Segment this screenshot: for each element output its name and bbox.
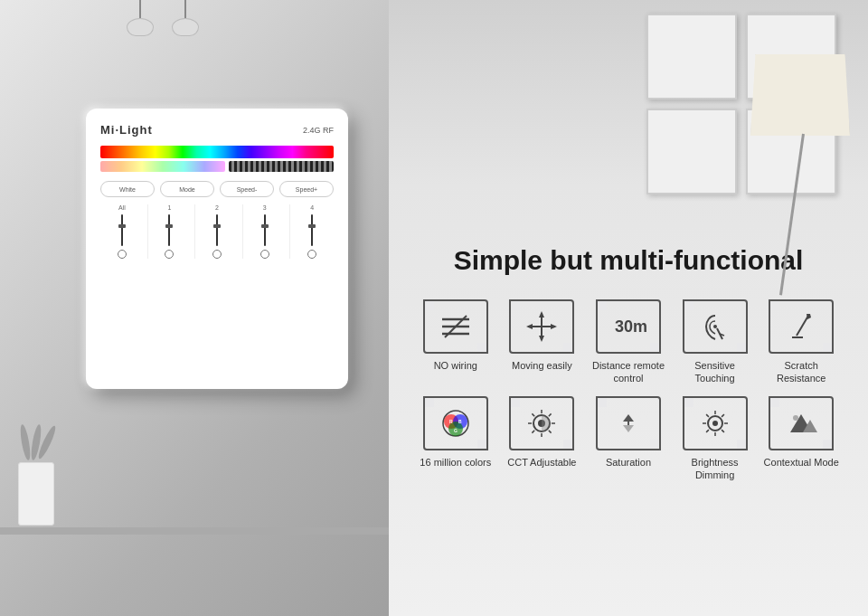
- brightness-dimming-icon: [697, 405, 733, 441]
- zone-all-dot[interactable]: [118, 250, 127, 259]
- zone-2-slider[interactable]: [216, 214, 218, 246]
- distance-remote-label: Distance remote control: [589, 359, 668, 385]
- svg-marker-7: [539, 336, 544, 342]
- svg-line-43: [706, 414, 709, 417]
- rf-label: 2.4G RF: [303, 126, 334, 135]
- zone-controls: All 1 2 3 4: [100, 204, 334, 259]
- zone-4[interactable]: 4: [289, 204, 334, 259]
- brand-name: Mi·Light: [100, 123, 153, 137]
- svg-text:B: B: [458, 419, 462, 424]
- plant-leaves: [14, 424, 59, 460]
- zone-4-label: 4: [310, 204, 314, 211]
- white-button[interactable]: White: [100, 181, 155, 197]
- mode-button[interactable]: Mode: [160, 181, 214, 197]
- zone-all[interactable]: All: [100, 204, 144, 259]
- feature-scratch-resistance: Scratch Resistance: [761, 299, 841, 385]
- svg-point-38: [712, 421, 718, 426]
- zone-all-label: All: [118, 204, 126, 211]
- feature-16million-colors: R B G 16 million colors: [416, 396, 495, 482]
- feature-sensitive-touching: Sensitive Touching: [675, 299, 755, 385]
- distance-remote-icon: 30m: [610, 308, 646, 345]
- contextual-mode-icon-box: [769, 396, 834, 450]
- speed-up-button[interactable]: Speed+: [279, 181, 334, 197]
- svg-marker-9: [551, 324, 557, 329]
- saturation-icon: [610, 405, 646, 441]
- zone-4-slider[interactable]: [311, 214, 313, 246]
- svg-line-44: [722, 430, 724, 432]
- pastel-bar: [100, 161, 225, 172]
- room-scene: Mi·Light 2.4G RF White Mode Speed- Speed…: [0, 0, 389, 616]
- contextual-mode-icon: [783, 405, 819, 441]
- sensitive-touching-icon: [697, 308, 733, 345]
- svg-text:30m: 30m: [615, 317, 646, 336]
- svg-text:G: G: [454, 428, 458, 433]
- feature-contextual-mode: Contextual Mode: [761, 396, 841, 482]
- feature-distance-remote: 30m Distance remote control: [589, 299, 668, 385]
- 16million-colors-label: 16 million colors: [420, 456, 491, 469]
- zone-1-dot[interactable]: [165, 250, 174, 259]
- feature-no-wiring: NO wiring: [416, 299, 495, 385]
- device-header: Mi·Light 2.4G RF: [100, 123, 334, 137]
- ceiling-lamp-1: [127, 0, 154, 36]
- feature-brightness-dimming: Brightness Dimming: [675, 396, 755, 482]
- zone-3-dot[interactable]: [260, 250, 269, 259]
- shelf: [0, 527, 389, 535]
- zone-1[interactable]: 1: [147, 204, 192, 259]
- ceiling-lamp-2: [172, 0, 199, 36]
- spectrum-bar-1: [100, 146, 334, 158]
- color-bars: [100, 146, 334, 172]
- plant-vase: [18, 462, 54, 526]
- speed-down-button[interactable]: Speed-: [220, 181, 274, 197]
- zone-2-label: 2: [215, 204, 219, 211]
- speed-up-label: Speed+: [296, 186, 317, 193]
- distance-remote-icon-box: 30m: [596, 299, 661, 354]
- feature-saturation: Saturation: [589, 396, 668, 482]
- brightness-dimming-label: Brightness Dimming: [675, 456, 755, 482]
- svg-point-11: [713, 325, 717, 328]
- svg-line-12: [797, 316, 808, 336]
- moving-easily-icon: [524, 308, 560, 345]
- svg-marker-8: [526, 324, 533, 329]
- svg-text:R: R: [449, 419, 453, 424]
- brightness-dimming-icon-box: [683, 396, 748, 450]
- ceiling-lamps: [127, 0, 199, 36]
- floor-lamp-shade: [750, 54, 850, 136]
- zone-all-slider[interactable]: [121, 214, 123, 246]
- speed-down-label: Speed-: [237, 186, 258, 193]
- lamp-cord: [184, 0, 186, 18]
- 16million-colors-icon: R B G: [438, 405, 474, 441]
- white-label: White: [119, 186, 136, 193]
- zone-1-label: 1: [167, 204, 171, 211]
- floor-lamp: [669, 0, 868, 308]
- feature-moving-easily: Moving easily: [503, 299, 582, 385]
- 16million-colors-icon-box: R B G: [423, 396, 488, 450]
- feature-cct-adjustable: CCT Adjustable: [503, 396, 582, 482]
- mode-label: Mode: [179, 186, 195, 193]
- no-wiring-icon: [438, 308, 474, 345]
- zone-2[interactable]: 2: [194, 204, 239, 259]
- svg-point-49: [793, 415, 798, 421]
- svg-line-46: [706, 430, 709, 432]
- lamp-shade: [172, 18, 199, 36]
- zone-3-label: 3: [263, 204, 267, 211]
- zone-2-dot[interactable]: [212, 250, 222, 259]
- zone-4-dot[interactable]: [307, 250, 316, 259]
- zone-1-slider[interactable]: [168, 214, 170, 246]
- zone-3[interactable]: 3: [242, 204, 287, 259]
- leaf: [19, 424, 33, 461]
- scratch-resistance-icon: [783, 308, 819, 345]
- svg-line-31: [549, 413, 552, 416]
- sensitive-touching-label: Sensitive Touching: [675, 359, 755, 385]
- svg-line-30: [549, 430, 552, 432]
- cct-adjustable-label: CCT Adjustable: [507, 456, 576, 469]
- svg-line-29: [533, 413, 535, 416]
- lamp-cord: [139, 0, 141, 18]
- svg-line-45: [722, 414, 724, 417]
- zone-3-slider[interactable]: [264, 214, 266, 246]
- lamp-shade: [127, 18, 154, 36]
- cct-adjustable-icon-box: [509, 396, 574, 450]
- svg-marker-6: [539, 311, 544, 317]
- sensitive-touching-icon-box: [683, 299, 748, 354]
- saturation-icon-box: [596, 396, 661, 450]
- no-wiring-label: NO wiring: [434, 359, 477, 372]
